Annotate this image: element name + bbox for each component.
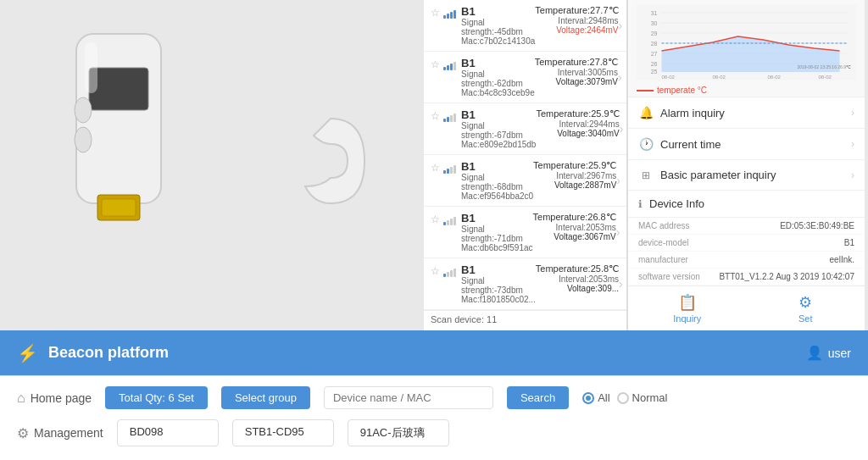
- usb-device-image: [25, 17, 212, 271]
- radio-group: All Normal: [582, 391, 667, 404]
- alarm-inquiry-item[interactable]: 🔔 Alarm inquiry ›: [628, 97, 865, 129]
- bottom-tabs: 📋 Inquiry ⚙ Set: [628, 285, 865, 330]
- device-info-row-mac: MAC address ED:05:3E:B0:49:BE: [628, 218, 865, 235]
- chart-legend: temperate °C: [632, 84, 860, 97]
- beacon-temp-0: Temperature:27.7℃: [535, 5, 618, 16]
- basic-param-label: Basic parameter inquiry: [660, 169, 851, 181]
- device-cards-row: BD098 STB1-CD95 91AC-后玻璃: [117, 419, 449, 446]
- star-icon-4: ☆: [431, 213, 440, 225]
- nav-row-top: ⌂ Home page Total Qty: 6 Set Select grou…: [17, 386, 851, 409]
- beacon-temp-3: Temperature:25.9℃: [533, 160, 616, 171]
- basic-param-item[interactable]: ⊞ Basic parameter inquiry ›: [628, 160, 865, 191]
- beacon-name-0: B1: [461, 5, 535, 18]
- management-label: Management: [34, 426, 103, 440]
- bracket-device-image: [288, 110, 373, 212]
- svg-text:28: 28: [651, 41, 658, 47]
- signal-icon-4: [443, 213, 456, 229]
- app-bar-left: ⚡ Beacon platform: [17, 343, 169, 363]
- radio-normal[interactable]: Normal: [617, 391, 668, 404]
- beacon-arrow-3: ›: [616, 174, 620, 187]
- set-tab[interactable]: ⚙ Set: [747, 286, 865, 330]
- beacon-arrow-4: ›: [616, 225, 620, 239]
- device-info-row-manufacturer: manufacturer eelInk.: [628, 252, 865, 269]
- current-time-label: Current time: [660, 138, 851, 151]
- beacon-info-0: B1 Signal strength:-45dbm Mac:c7b02c1413…: [461, 5, 535, 46]
- beacon-right-4: Temperature:26.8℃ Interval:2053ms Voltag…: [533, 212, 616, 241]
- svg-text:31: 31: [651, 10, 658, 16]
- beacon-arrow-1: ›: [618, 70, 622, 84]
- total-qty-button[interactable]: Total Qty: 6 Set: [105, 386, 208, 409]
- beacon-signal-3: Signal strength:-68dbm: [461, 173, 533, 191]
- user-label: user: [828, 346, 851, 360]
- beacon-list-panel: ☆ B1 Signal strength:-45dbm Mac:c7b02c14…: [424, 0, 627, 330]
- inquiry-tab-icon: 📋: [678, 293, 697, 312]
- scan-info: Scan device: 11: [424, 310, 626, 328]
- home-page-nav[interactable]: ⌂ Home page: [17, 391, 92, 406]
- chart-legend-text: temperate °C: [657, 86, 707, 95]
- beacon-item-5[interactable]: ☆ B1 Signal strength:-73dbm Mac:f1801850…: [424, 258, 626, 310]
- beacon-interval-5: Interval:2053ms: [536, 274, 619, 284]
- svg-text:08-02: 08-02: [768, 75, 782, 80]
- device-card-0[interactable]: BD098: [117, 419, 219, 446]
- beacon-info-2: B1 Signal strength:-67dbm Mac:e809e2bd15…: [461, 108, 536, 149]
- device-card-1[interactable]: STB1-CD95: [232, 419, 334, 446]
- signal-icon-0: [443, 7, 456, 22]
- inquiry-tab[interactable]: 📋 Inquiry: [628, 286, 747, 330]
- beacon-item-1[interactable]: ☆ B1 Signal strength:-62dbm Mac:b4c8c93c…: [424, 52, 626, 103]
- inquiry-tab-label: Inquiry: [673, 313, 701, 324]
- bottom-nav: ⌂ Home page Total Qty: 6 Set Select grou…: [0, 375, 868, 460]
- param-icon: ⊞: [638, 169, 654, 181]
- beacon-signal-2: Signal strength:-67dbm: [461, 121, 536, 140]
- beacon-arrow-0: ›: [619, 19, 623, 32]
- device-info-title: Device Info: [649, 197, 704, 210]
- beacon-interval-4: Interval:2053ms: [533, 223, 616, 232]
- beacon-name-3: B1: [461, 160, 533, 173]
- beacon-voltage-5: Voltage:309...: [536, 284, 619, 293]
- beacon-name-4: B1: [461, 212, 533, 224]
- set-tab-icon: ⚙: [798, 293, 812, 312]
- beacon-item-4[interactable]: ☆ B1 Signal strength:-71dbm Mac:db6bc9f5…: [424, 207, 626, 258]
- chart-area: 31 30 29 28 27 26 25 08-02 08-02 08-02 0…: [628, 0, 865, 97]
- beacon-interval-2: Interval:2944ms: [536, 119, 619, 129]
- manufacturer-value: eelInk.: [830, 255, 854, 264]
- device-info-row-software: software version BTT01_V1.2.2 Aug 3 2019…: [628, 269, 865, 285]
- svg-text:25: 25: [651, 69, 658, 75]
- manufacturer-label: manufacturer: [638, 255, 688, 264]
- select-group-button[interactable]: Select group: [221, 386, 310, 409]
- beacon-signal-4: Signal strength:-71dbm: [461, 224, 533, 243]
- device-card-2[interactable]: 91AC-后玻璃: [348, 419, 449, 446]
- beacon-interval-0: Interval:2948ms: [535, 16, 618, 25]
- search-input[interactable]: [333, 391, 452, 404]
- beacon-item-3[interactable]: ☆ B1 Signal strength:-68dbm Mac:ef9564bb…: [424, 155, 626, 207]
- beacon-item-2[interactable]: ☆ B1 Signal strength:-67dbm Mac:e809e2bd…: [424, 103, 626, 155]
- user-icon: 👤: [806, 345, 823, 361]
- management-nav[interactable]: ⚙ Management: [17, 425, 103, 441]
- beacon-mac-2: Mac:e809e2bd15db: [461, 140, 536, 149]
- beacon-mac-3: Mac:ef9564bba2c0: [461, 191, 533, 201]
- beacon-name-1: B1: [461, 57, 535, 69]
- beacon-item-0[interactable]: ☆ B1 Signal strength:-45dbm Mac:c7b02c14…: [424, 0, 626, 52]
- beacon-mac-1: Mac:b4c8c93ceb9e: [461, 88, 535, 97]
- beacon-signal-1: Signal strength:-62dbm: [461, 69, 535, 88]
- star-icon-1: ☆: [431, 58, 440, 70]
- signal-icon-2: [443, 110, 456, 125]
- svg-text:2019-08-02 13:25:16 26.9℃: 2019-08-02 13:25:16 26.9℃: [798, 64, 852, 69]
- mac-value: ED:05:3E:B0:49:BE: [780, 221, 854, 230]
- beacon-right-3: Temperature:25.9℃ Interval:2967ms Voltag…: [533, 160, 616, 190]
- beacon-right-1: Temperature:27.8℃ Interval:3005ms Voltag…: [535, 57, 618, 86]
- beacon-voltage-4: Voltage:3067mV: [533, 232, 616, 241]
- radio-all[interactable]: All: [582, 391, 609, 404]
- app-bar: ⚡ Beacon platform 👤 user: [0, 330, 868, 375]
- beacon-right-5: Temperature:25.8℃ Interval:2053ms Voltag…: [536, 263, 619, 293]
- beacon-right-2: Temperature:25.9℃ Interval:2944ms Voltag…: [536, 108, 619, 138]
- beacon-mac-0: Mac:c7b02c14130a: [461, 36, 535, 46]
- temperature-chart: 31 30 29 28 27 26 25 08-02 08-02 08-02 0…: [632, 4, 860, 80]
- svg-text:26: 26: [651, 61, 658, 67]
- beacon-arrow-2: ›: [620, 122, 624, 136]
- search-button[interactable]: Search: [507, 386, 569, 409]
- device-info-section: ℹ Device Info MAC address ED:05:3E:B0:49…: [628, 191, 865, 285]
- beacon-info-5: B1 Signal strength:-73dbm Mac:f1801850c0…: [461, 263, 536, 304]
- svg-rect-1: [89, 68, 148, 110]
- current-time-item[interactable]: 🕐 Current time ›: [628, 129, 865, 160]
- info-icon: ℹ: [638, 198, 643, 210]
